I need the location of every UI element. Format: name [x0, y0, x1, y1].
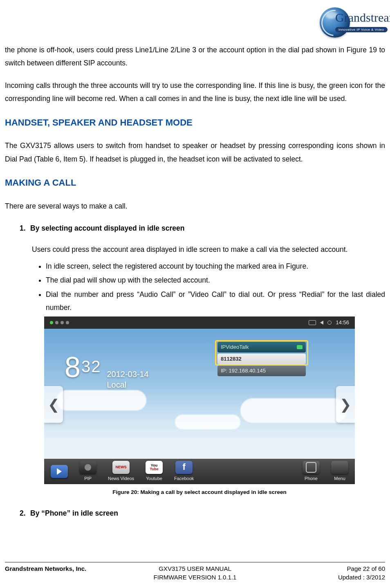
status-led-icon — [297, 345, 303, 349]
youtube-icon: YouTube — [146, 461, 163, 474]
clock-minute: 32 — [81, 357, 101, 375]
account-number-label: 8112832 — [221, 354, 242, 364]
figure-20: 14:56 832 2012-03-14 Local — [44, 316, 355, 498]
brand-logo: Grandstream Innovative IP Voice & Video — [320, 7, 385, 39]
footer-center: GXV3175 USER MANUAL FIRMWARE VERSION 1.0… — [130, 564, 260, 581]
page-footer: Grandstream Networks, Inc. GXV3175 USER … — [5, 562, 385, 581]
camera-icon — [79, 461, 96, 474]
bullet-item: In idle screen, select the registered ac… — [46, 260, 385, 273]
dock-label: News Videos — [108, 474, 134, 483]
paragraph-handset: The GXV3175 allows users to switch from … — [5, 139, 385, 166]
menu-grid-icon — [331, 461, 348, 474]
brand-name: Grandstream — [335, 11, 390, 25]
clock-tz-label: Local — [107, 379, 148, 390]
dock-play-button[interactable] — [51, 465, 68, 478]
status-clock: 14:56 — [336, 318, 349, 328]
footer-manual-title: GXV3175 USER MANUAL — [130, 564, 260, 573]
paragraph-making: There are several ways to make a call. — [5, 200, 385, 213]
network-icon — [327, 321, 332, 325]
footer-right: Page 22 of 60 Updated : 3/2012 — [260, 564, 385, 581]
idle-clock: 832 2012-03-14 Local — [65, 341, 149, 394]
account-area[interactable]: IPVideoTalk 8112832 IP: 192.168.40.145 — [217, 342, 306, 377]
footer-company: Grandstream Networks, Inc. — [5, 564, 130, 581]
speaker-icon — [320, 321, 323, 325]
cloud-icon — [175, 415, 240, 429]
list-title-1: By selecting account displayed in idle s… — [30, 224, 184, 232]
clock-date-value: 2012-03-14 — [107, 369, 148, 379]
list-number-2: 2. — [20, 507, 30, 520]
phone-icon — [303, 461, 320, 474]
brand-tagline: Innovative IP Voice & Video — [335, 27, 388, 32]
yt-bot: Tube — [150, 467, 159, 471]
footer-updated: Updated : 3/2012 — [260, 573, 385, 581]
page-header: Grandstream Innovative IP Voice & Video — [5, 7, 385, 43]
idle-screen-screenshot: 14:56 832 2012-03-14 Local — [44, 316, 355, 484]
cloud-icon — [240, 398, 347, 423]
dock-news-button[interactable]: NEWS News Videos — [108, 461, 134, 483]
dock-menu-button[interactable]: Menu — [331, 461, 348, 483]
document-body: the phone is off-hook, users could press… — [5, 43, 385, 520]
line-dot-icon — [61, 321, 64, 324]
bullet-list-1: In idle screen, select the registered ac… — [46, 260, 385, 314]
news-icon: NEWS — [112, 461, 130, 474]
account-ip-label: IP: 192.168.40.145 — [221, 366, 266, 376]
play-icon — [51, 465, 68, 478]
heading-handset-mode: HANDSET, SPEAKER AND HEADSET MODE — [5, 114, 385, 131]
paragraph-incoming: Incoming calls through the three account… — [5, 79, 385, 105]
nav-arrow-left[interactable]: ❮ — [44, 386, 63, 423]
keyboard-icon — [309, 320, 316, 325]
status-right-icons: 14:56 — [309, 318, 349, 328]
dock-pip-button[interactable]: PIP — [79, 461, 96, 483]
dock-label: Phone — [305, 474, 318, 483]
status-bar: 14:56 — [44, 316, 355, 329]
dock-facebook-button[interactable]: f Facebook — [174, 461, 194, 483]
list-title-2: By “Phone” in idle screen — [30, 509, 118, 517]
nav-arrow-right[interactable]: ❯ — [336, 386, 355, 423]
list-number-1: 1. — [20, 222, 30, 235]
clock-hour: 8 — [65, 351, 81, 383]
list-item-1: 1.By selecting account displayed in idle… — [20, 222, 385, 498]
line-dot-icon — [66, 321, 69, 324]
dock-phone-button[interactable]: Phone — [303, 461, 320, 483]
dock-label: Menu — [334, 474, 345, 483]
account-name-label: IPVideoTalk — [221, 342, 249, 352]
page: Grandstream Innovative IP Voice & Video … — [0, 0, 390, 588]
account-name-row[interactable]: IPVideoTalk — [217, 342, 306, 352]
paragraph-continuation: the phone is off-hook, users could press… — [5, 43, 385, 70]
bottom-dock: PIP NEWS News Videos YouTube Youtube — [44, 459, 355, 484]
footer-firmware: FIRMWARE VERSION 1.0.1.1 — [130, 573, 260, 581]
line-status-dots — [50, 321, 69, 324]
dock-label: PIP — [84, 474, 92, 483]
bullet-item: Dial the number and press “Audio Call” o… — [46, 288, 385, 314]
clock-date: 2012-03-14 Local — [107, 369, 148, 390]
dock-label: Facebook — [174, 474, 194, 483]
list-item-2: 2.By “Phone” in idle screen — [20, 507, 385, 520]
list-desc-1: Users could press the account area displ… — [32, 243, 385, 256]
account-ip-row: IP: 192.168.40.145 — [217, 366, 306, 376]
call-methods-list: 1.By selecting account displayed in idle… — [5, 222, 385, 520]
figure-caption: Figure 20: Making a call by select accou… — [44, 487, 355, 498]
line-dot-active-icon — [50, 321, 53, 324]
line-dot-icon — [55, 321, 58, 324]
facebook-icon: f — [175, 461, 193, 474]
dock-label: Youtube — [146, 474, 162, 483]
footer-page-number: Page 22 of 60 — [260, 564, 385, 573]
clock-time: 832 — [65, 341, 101, 394]
bullet-item: The dial pad will show up with the selec… — [46, 274, 385, 287]
heading-making-call: MAKING A CALL — [5, 175, 385, 191]
account-number-row[interactable]: 8112832 — [217, 354, 306, 364]
dock-youtube-button[interactable]: YouTube Youtube — [146, 461, 163, 483]
